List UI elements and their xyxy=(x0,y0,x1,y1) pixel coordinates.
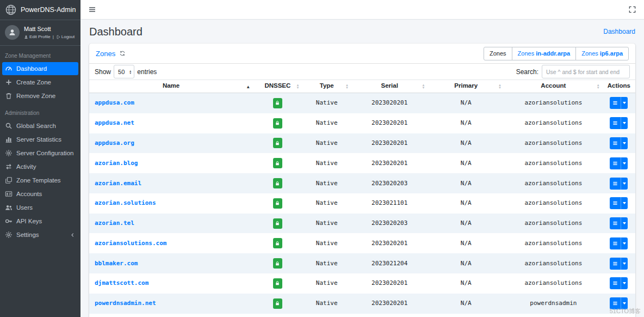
zone-name-link[interactable]: appdusa.com xyxy=(95,99,134,106)
dnssec-badge[interactable] xyxy=(273,178,282,188)
brand[interactable]: PowerDNS-Admin xyxy=(0,0,81,20)
zone-actions-button[interactable] xyxy=(610,277,628,289)
actions-menu-segment[interactable] xyxy=(610,217,621,229)
caret-down-icon[interactable] xyxy=(621,197,628,209)
dnssec-badge[interactable] xyxy=(273,278,282,289)
dnssec-badge[interactable] xyxy=(273,258,282,269)
search-input[interactable] xyxy=(542,65,630,78)
zone-name-link[interactable]: appdusa.org xyxy=(95,139,134,147)
sidebar-item-server-configuration[interactable]: Server Configuration xyxy=(2,147,78,160)
zone-name-link[interactable]: bblmaker.com xyxy=(95,260,138,267)
page-length-select[interactable]: 50 ▲▼ xyxy=(114,65,134,78)
caret-down-icon[interactable] xyxy=(621,237,628,249)
zone-actions-button[interactable] xyxy=(610,117,628,129)
column-header-dnssec[interactable]: DNSSEC▲▼ xyxy=(253,80,302,93)
sidebar-item-api-keys[interactable]: API Keys xyxy=(2,215,78,228)
dnssec-badge[interactable] xyxy=(273,298,282,309)
caret-down-icon[interactable] xyxy=(621,97,628,109)
zone-name-link[interactable]: azorian.tel xyxy=(95,220,134,227)
zone-name-link[interactable]: azorian.email xyxy=(95,180,141,187)
caret-down-icon[interactable] xyxy=(621,297,628,309)
sidebar-item-server-statistics[interactable]: Server Statistics xyxy=(2,133,78,146)
actions-menu-segment[interactable] xyxy=(610,297,621,309)
actions-menu-segment[interactable] xyxy=(610,197,621,209)
sidebar-item-create-zone[interactable]: Create Zone xyxy=(2,76,78,89)
logout-link[interactable]: Logout xyxy=(61,34,75,39)
cell-serial: 2023021101 xyxy=(351,193,428,214)
actions-menu-segment[interactable] xyxy=(610,137,621,149)
actions-menu-segment[interactable] xyxy=(610,277,621,289)
column-header-name[interactable]: Name▲ xyxy=(89,80,253,93)
zone-name-link[interactable]: azoriansolutions.com xyxy=(95,240,166,247)
zone-name-link[interactable]: azorian.blog xyxy=(95,160,138,167)
fullscreen-icon[interactable] xyxy=(628,5,636,14)
sidebar-item-global-search[interactable]: Global Search xyxy=(2,119,78,132)
breadcrumb[interactable]: Dashboard xyxy=(603,28,635,35)
dnssec-badge[interactable] xyxy=(273,118,282,129)
caret-down-icon[interactable] xyxy=(621,117,628,129)
sidebar-item-zone-templates[interactable]: Zone Templates xyxy=(2,174,78,187)
dnssec-badge[interactable] xyxy=(273,198,282,209)
zone-name-link[interactable]: appdusa.net xyxy=(95,119,134,126)
sidebar-item-remove-zone[interactable]: Remove Zone xyxy=(2,89,78,102)
sidebar-item-accounts[interactable]: Accounts xyxy=(2,187,78,200)
cell-serial: 2023020201 xyxy=(351,133,428,154)
zone-actions-button[interactable] xyxy=(610,157,628,169)
sidebar-item-users[interactable]: Users xyxy=(2,201,78,214)
column-header-type[interactable]: Type▲▼ xyxy=(302,80,351,93)
caret-down-icon[interactable] xyxy=(621,157,628,169)
cell-primary: N/A xyxy=(428,294,504,314)
sidebar-item-label: Dashboard xyxy=(16,65,47,72)
zones-card-title[interactable]: Zones xyxy=(96,50,115,58)
dnssec-badge[interactable] xyxy=(273,158,282,168)
zone-filter-button-in-addr-arpa[interactable]: Zones in-addr.arpa xyxy=(512,47,577,60)
column-header-primary[interactable]: Primary▲▼ xyxy=(428,80,504,93)
actions-menu-segment[interactable] xyxy=(610,117,621,129)
zone-actions-button[interactable] xyxy=(610,297,628,309)
actions-menu-segment[interactable] xyxy=(610,97,621,109)
caret-down-icon[interactable] xyxy=(621,277,628,289)
zone-actions-button[interactable] xyxy=(610,237,628,249)
cell-name: azoriansolutions.com xyxy=(89,233,253,253)
dnssec-badge[interactable] xyxy=(273,98,282,108)
top-navbar xyxy=(81,0,644,20)
globe-icon xyxy=(5,4,17,16)
sort-icon: ▲▼ xyxy=(422,84,425,89)
zone-actions-button[interactable] xyxy=(610,178,628,190)
cell-type: Native xyxy=(302,273,351,294)
dnssec-badge[interactable] xyxy=(273,218,282,229)
caret-down-icon[interactable] xyxy=(621,178,628,190)
zone-filter-button-all[interactable]: Zones xyxy=(484,47,512,60)
zone-actions-button[interactable] xyxy=(610,197,628,209)
templates-icon xyxy=(5,176,13,184)
actions-menu-segment[interactable] xyxy=(610,178,621,190)
edit-profile-link[interactable]: Edit Profile xyxy=(29,34,51,39)
zone-actions-button[interactable] xyxy=(610,258,628,270)
actions-menu-segment[interactable] xyxy=(610,157,621,169)
column-header-account[interactable]: Account▲▼ xyxy=(504,80,603,93)
dnssec-badge[interactable] xyxy=(273,138,282,148)
actions-menu-segment[interactable] xyxy=(610,258,621,270)
sidebar-item-activity[interactable]: Activity xyxy=(2,160,78,173)
hamburger-icon[interactable] xyxy=(88,5,96,14)
sidebar-item-settings[interactable]: Settings xyxy=(2,228,78,241)
spinner-arrows-icon: ▲▼ xyxy=(129,69,132,74)
refresh-icon[interactable] xyxy=(119,50,126,57)
zone-actions-button[interactable] xyxy=(610,97,628,109)
actions-menu-segment[interactable] xyxy=(610,237,621,249)
caret-down-icon[interactable] xyxy=(621,217,628,229)
cell-primary: N/A xyxy=(428,314,504,317)
zone-actions-button[interactable] xyxy=(610,217,628,229)
key-icon xyxy=(5,217,13,225)
zone-name-link[interactable]: azorian.solutions xyxy=(95,199,156,206)
column-header-serial[interactable]: Serial▲▼ xyxy=(351,80,428,93)
zone-name-link[interactable]: djmattscott.com xyxy=(95,279,148,286)
zone-name-link[interactable]: powerdnsadmin.net xyxy=(95,300,156,307)
zone-filter-button-ip6-arpa[interactable]: Zones ip6.arpa xyxy=(575,47,629,60)
caret-down-icon[interactable] xyxy=(621,137,628,149)
sidebar-item-dashboard[interactable]: Dashboard xyxy=(2,62,78,75)
zone-actions-button[interactable] xyxy=(610,137,628,149)
bars-icon xyxy=(612,161,618,166)
dnssec-badge[interactable] xyxy=(273,238,282,248)
caret-down-icon[interactable] xyxy=(621,258,628,270)
